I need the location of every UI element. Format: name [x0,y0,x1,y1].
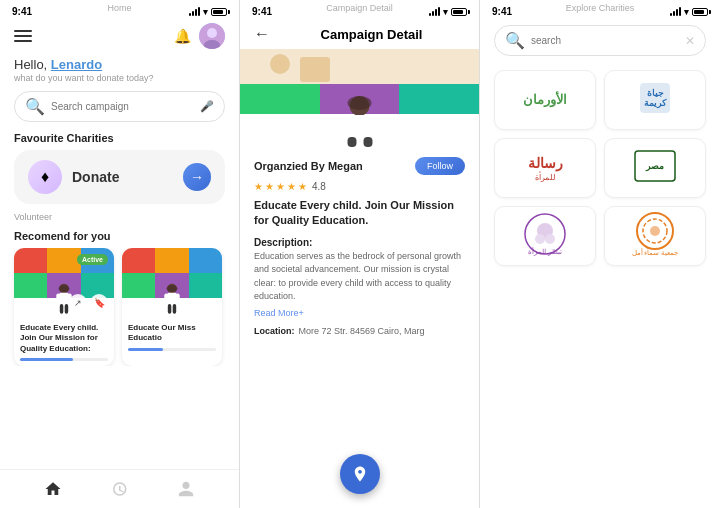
charity-card-hayat[interactable]: جياة كريمة [604,70,706,130]
star-5: ★ [298,181,307,192]
read-more-link[interactable]: Read More+ [240,304,479,322]
greeting-text: Hello, Lenardo [14,57,225,72]
location-fab[interactable] [340,454,380,494]
svg-point-33 [535,234,545,244]
wifi-icon: ▾ [203,7,208,17]
svg-text:مصر: مصر [645,161,664,172]
explore-search-input[interactable] [531,35,679,46]
campaign-heading: Educate Every child. Join Our Mission fo… [240,196,479,233]
header-right: 🔔 [174,23,225,49]
detail-time: 9:41 [252,6,272,17]
battery-icon [211,8,227,16]
organizer-row: Organzied By Megan Follow [240,149,479,179]
svg-rect-23 [363,137,372,147]
charity-card-alorman[interactable]: الأورمان [494,70,596,130]
donate-card[interactable]: ♦ Donate → [14,150,225,204]
favourite-title: Favourite Charities [0,128,239,150]
star-3: ★ [276,181,285,192]
progress-bar-1 [20,358,108,361]
explore-status-icons: ▾ [670,7,708,17]
close-icon[interactable]: ✕ [685,34,695,48]
location-row: Location: More 72 Str. 84569 Cairo, Marg [240,322,479,340]
signal-icon [189,7,200,16]
greeting-section: Hello, Lenardo what do you want to donat… [0,55,239,85]
action-buttons: ↗ 🔖 [69,294,108,312]
svg-text:كريمة: كريمة [644,98,667,109]
charity-logo-hayat: جياة كريمة [635,78,675,122]
back-button[interactable]: ← [254,25,270,43]
svg-rect-14 [176,294,180,304]
detail-screen: Campaign Detail 9:41 ▾ ← Campaign Detail [240,0,480,508]
rating-row: ★ ★ ★ ★ ★ 4.8 [240,179,479,196]
charity-card-egypt[interactable]: مصر [604,138,706,198]
campaign-card-2[interactable]: Educate Our Miss Educatio [122,248,222,366]
donate-arrow-button[interactable]: → [183,163,211,191]
explore-screen: Explore Charities 9:41 ▾ 🔍 ✕ [480,0,720,508]
home-status-icons: ▾ [189,7,227,17]
explore-search-bar[interactable]: 🔍 ✕ [494,25,706,56]
detail-campaign-image [240,49,479,149]
svg-rect-22 [347,137,356,147]
search-input[interactable] [51,101,194,112]
description-label: Description: [240,233,479,250]
user-name: Lenardo [51,57,102,72]
detail-signal-icon [429,7,440,16]
star-2: ★ [265,181,274,192]
charity-logo-samaa: جمعية سمآء أمل [630,209,680,263]
svg-point-34 [545,234,555,244]
volunteer-text: Volunteer [0,212,239,228]
campaign-title-1: Educate Every child. Join Our Mission fo… [20,323,108,354]
charity-logo-tabassur: تبصّر للمرأة [520,209,570,263]
svg-rect-21 [371,116,381,136]
detail-status-bar: 9:41 ▾ [240,0,479,19]
svg-point-4 [58,285,69,292]
svg-point-38 [650,226,660,236]
charity-grid: الأورمان جياة كريمة رسالة للمرأة [480,62,720,274]
menu-button[interactable] [14,30,32,42]
mic-icon[interactable]: 🎤 [200,100,214,113]
charity-card-samaa[interactable]: جمعية سمآء أمل [604,206,706,266]
detail-status-icons: ▾ [429,7,467,17]
svg-rect-5 [59,293,69,306]
recommend-title: Recomend for you [0,228,239,248]
detail-battery-icon [451,8,467,16]
home-status-bar: 9:41 ▾ [0,0,239,19]
explore-search-icon: 🔍 [505,31,525,50]
nav-profile[interactable] [177,480,195,498]
search-bar[interactable]: 🔍 🎤 [14,91,225,122]
location-label: Location: [254,326,295,336]
bookmark-button[interactable]: 🔖 [90,294,108,312]
notification-icon[interactable]: 🔔 [174,28,191,44]
star-1: ★ [254,181,263,192]
avatar[interactable] [199,23,225,49]
svg-text:تبصّر للمرأة: تبصّر للمرأة [528,246,562,256]
explore-status-bar: 9:41 ▾ [480,0,720,19]
nav-home[interactable] [44,480,62,498]
detail-wifi-icon: ▾ [443,7,448,17]
donate-icon: ♦ [28,160,62,194]
campaign-title-2: Educate Our Miss Educatio [128,323,216,344]
campaign-card-1[interactable]: Active ↗ 🔖 Educate Every child. Join Our… [14,248,114,366]
location-value: More 72 Str. 84569 Cairo, Marg [299,326,425,336]
detail-title: Campaign Detail [278,27,465,42]
explore-battery-icon [692,8,708,16]
svg-text:جمعية سمآء أمل: جمعية سمآء أمل [632,247,679,257]
home-screen: Home 9:41 ▾ 🔔 [0,0,240,508]
charity-logo-egypt: مصر [630,141,680,195]
campaign-image-2 [122,248,222,318]
follow-button[interactable]: Follow [415,157,465,175]
campaign-row: Active ↗ 🔖 Educate Every child. Join Our… [0,248,239,366]
campaign-info-1: Educate Every child. Join Our Mission fo… [14,318,114,366]
charity-card-resala[interactable]: رسالة للمرأة [494,138,596,198]
svg-rect-13 [164,294,168,304]
svg-point-11 [166,285,177,292]
charity-card-tabassur[interactable]: تبصّر للمرأة [494,206,596,266]
nav-history[interactable] [110,480,128,498]
charity-logo-resala: رسالة للمرأة [520,146,570,190]
detail-header: ← Campaign Detail [240,19,479,49]
campaign-image-1: Active ↗ 🔖 [14,248,114,318]
share-button[interactable]: ↗ [69,294,87,312]
svg-rect-8 [60,304,64,314]
svg-text:رسالة: رسالة [528,155,563,172]
donate-label: Donate [72,169,173,185]
